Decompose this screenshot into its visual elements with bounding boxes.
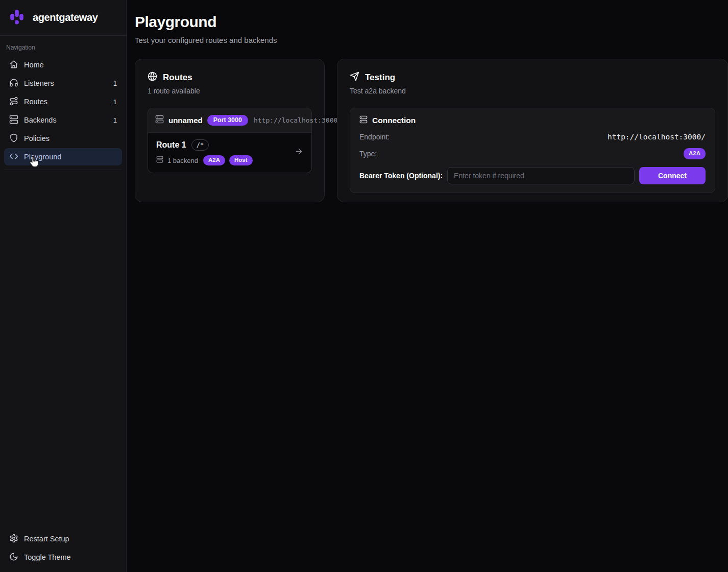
listener-panel: unnamed Port 3000 http://localhost:3000/… (148, 108, 312, 173)
listeners-count-badge: 1 (113, 80, 117, 87)
route-icon (9, 97, 18, 107)
main-content: Playground Test your configured routes a… (127, 0, 728, 572)
sidebar-item-label: Home (24, 61, 44, 69)
bearer-token-label: Bearer Token (Optional): (359, 172, 443, 180)
listener-url: http://localhost:3000/ (254, 116, 342, 124)
connection-title: Connection (372, 116, 416, 125)
sidebar-item-listeners[interactable]: Listeners 1 (4, 75, 122, 92)
sidebar: agentgateway Navigation Home Listeners 1 (0, 0, 127, 572)
sidebar-footer: Restart Setup Toggle Theme (0, 530, 126, 572)
route-name: Route 1 (156, 140, 186, 150)
sidebar-item-label: Playground (24, 153, 61, 161)
sidebar-item-label: Backends (24, 116, 57, 124)
shield-icon (9, 133, 18, 144)
restart-setup-label: Restart Setup (24, 535, 69, 543)
server-icon (9, 115, 18, 126)
routes-count-badge: 1 (113, 98, 117, 106)
nav-section-label: Navigation (4, 41, 122, 56)
home-icon (9, 60, 18, 70)
code-icon (9, 152, 18, 162)
listener-header: unnamed Port 3000 http://localhost:3000/ (148, 108, 311, 132)
route-list-item[interactable]: Route 1 /* 1 backend A2A Host (148, 132, 311, 173)
restart-setup-button[interactable]: Restart Setup (4, 530, 122, 547)
headphones-icon (9, 78, 18, 89)
type-badge: A2A (684, 148, 706, 159)
routes-card-title: Routes (163, 73, 192, 83)
server-icon (155, 115, 164, 126)
sidebar-item-label: Routes (24, 98, 47, 106)
sidebar-item-label: Listeners (24, 79, 54, 87)
sidebar-item-routes[interactable]: Routes 1 (4, 93, 122, 110)
backends-count-badge: 1 (113, 116, 117, 124)
send-icon (350, 72, 359, 83)
sidebar-item-backends[interactable]: Backends 1 (4, 111, 122, 129)
toggle-theme-button[interactable]: Toggle Theme (4, 549, 122, 566)
connect-button[interactable]: Connect (639, 167, 706, 184)
server-icon (359, 115, 368, 126)
gear-icon (9, 534, 18, 544)
sidebar-item-policies[interactable]: Policies (4, 130, 122, 147)
page-title: Playground (135, 13, 728, 31)
route-path-badge: /* (191, 139, 209, 151)
bearer-token-input[interactable] (447, 167, 635, 184)
listener-name: unnamed (168, 116, 203, 125)
testing-card-title: Testing (365, 73, 395, 83)
type-label: Type: (359, 150, 377, 158)
globe-icon (148, 72, 157, 83)
page-subtitle: Test your configured routes and backends (135, 36, 728, 44)
port-badge: Port 3000 (207, 115, 248, 126)
moon-icon (9, 552, 18, 563)
testing-card-subtitle: Test a2a backend (350, 87, 715, 95)
testing-card: Testing Test a2a backend Connection Endp… (337, 59, 728, 202)
toggle-theme-label: Toggle Theme (24, 553, 71, 561)
endpoint-value: http://localhost:3000/ (608, 133, 706, 141)
sidebar-item-home[interactable]: Home (4, 56, 122, 74)
arrow-right-icon[interactable] (295, 147, 303, 158)
sidebar-item-playground[interactable]: Playground (4, 148, 122, 165)
sidebar-nav: Navigation Home Listeners 1 Routes (0, 36, 126, 170)
connection-panel: Connection Endpoint: http://localhost:30… (350, 108, 715, 193)
agentgateway-logo-icon (7, 7, 27, 29)
routes-card: Routes 1 route available unnamed Port 30… (135, 59, 325, 202)
route-badge-host: Host (229, 155, 253, 165)
app-window: agentgateway Navigation Home Listeners 1 (0, 0, 728, 572)
routes-card-subtitle: 1 route available (148, 87, 312, 95)
brand-name: agentgateway (33, 12, 98, 23)
server-icon (156, 156, 163, 165)
brand: agentgateway (0, 0, 126, 36)
endpoint-label: Endpoint: (359, 133, 390, 141)
backend-count: 1 backend (167, 157, 198, 164)
sidebar-item-label: Policies (24, 134, 50, 142)
route-badge-a2a: A2A (203, 155, 225, 165)
